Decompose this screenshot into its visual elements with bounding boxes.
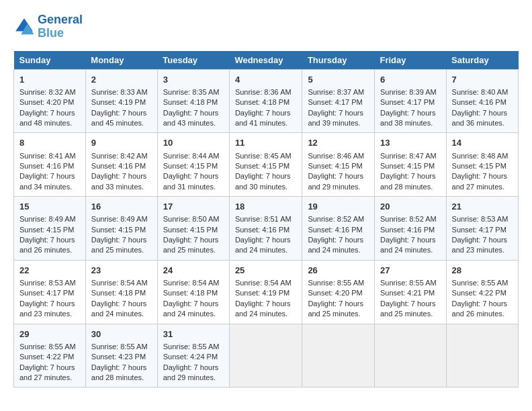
- week-row-1: 1Sunrise: 8:32 AMSunset: 4:20 PMDaylight…: [14, 69, 519, 133]
- day-number: 12: [308, 137, 369, 149]
- day-number: 1: [19, 74, 80, 86]
- day-number: 19: [308, 201, 369, 213]
- cell-line: Sunrise: 8:52 AM: [308, 214, 369, 224]
- cell-line: Sunset: 4:15 PM: [308, 161, 369, 171]
- cell-line: Sunrise: 8:51 AM: [235, 214, 297, 224]
- cell-line: and 24 minutes.: [308, 245, 369, 255]
- cell-line: Sunrise: 8:32 AM: [19, 87, 80, 97]
- cell-line: Daylight: 7 hours: [380, 171, 441, 181]
- cell-line: Sunset: 4:18 PM: [91, 288, 152, 298]
- cell-line: Sunset: 4:16 PM: [308, 225, 369, 235]
- cell-line: Sunset: 4:15 PM: [163, 225, 224, 235]
- cell-line: Sunrise: 8:49 AM: [91, 214, 152, 224]
- cell-line: Sunset: 4:18 PM: [235, 97, 297, 107]
- day-number: 16: [91, 201, 152, 213]
- calendar-cell: 24Sunrise: 8:54 AMSunset: 4:18 PMDayligh…: [157, 260, 229, 324]
- cell-line: Sunrise: 8:41 AM: [19, 151, 80, 161]
- cell-line: and 25 minutes.: [91, 245, 152, 255]
- cell-line: Sunrise: 8:37 AM: [308, 87, 369, 97]
- cell-line: Sunrise: 8:55 AM: [308, 278, 369, 288]
- cell-line: Sunset: 4:17 PM: [308, 97, 369, 107]
- cell-line: Sunrise: 8:47 AM: [380, 151, 441, 161]
- cell-line: Sunset: 4:17 PM: [380, 97, 441, 107]
- cell-line: Sunrise: 8:55 AM: [19, 342, 80, 352]
- cell-line: Sunrise: 8:45 AM: [235, 151, 297, 161]
- calendar-cell: 22Sunrise: 8:53 AMSunset: 4:17 PMDayligh…: [14, 260, 86, 324]
- calendar-cell: [229, 324, 302, 387]
- cell-line: Sunset: 4:21 PM: [380, 288, 441, 298]
- calendar-cell: 17Sunrise: 8:50 AMSunset: 4:15 PMDayligh…: [157, 197, 229, 261]
- cell-line: Daylight: 7 hours: [91, 235, 152, 245]
- cell-line: Sunrise: 8:52 AM: [380, 214, 441, 224]
- cell-line: and 43 minutes.: [163, 118, 224, 128]
- calendar-cell: 1Sunrise: 8:32 AMSunset: 4:20 PMDaylight…: [14, 69, 86, 133]
- calendar-cell: 31Sunrise: 8:55 AMSunset: 4:24 PMDayligh…: [157, 324, 229, 387]
- cell-line: Daylight: 7 hours: [19, 235, 80, 245]
- cell-line: Sunset: 4:18 PM: [163, 288, 224, 298]
- cell-line: Sunset: 4:16 PM: [380, 225, 441, 235]
- cell-line: Daylight: 7 hours: [163, 235, 224, 245]
- cell-line: and 24 minutes.: [235, 245, 297, 255]
- cell-line: Daylight: 7 hours: [308, 235, 369, 245]
- logo: General Blue: [13, 13, 83, 40]
- day-header-thursday: Thursday: [302, 51, 375, 70]
- cell-line: Daylight: 7 hours: [380, 108, 441, 118]
- cell-line: Daylight: 7 hours: [235, 299, 297, 309]
- cell-line: Sunrise: 8:55 AM: [91, 342, 152, 352]
- cell-line: Daylight: 7 hours: [19, 108, 80, 118]
- cell-line: Daylight: 7 hours: [380, 235, 441, 245]
- calendar-cell: 7Sunrise: 8:40 AMSunset: 4:16 PMDaylight…: [446, 69, 518, 133]
- cell-line: Sunset: 4:20 PM: [19, 97, 80, 107]
- cell-line: and 41 minutes.: [235, 118, 297, 128]
- day-number: 29: [19, 328, 80, 340]
- cell-line: and 38 minutes.: [380, 118, 441, 128]
- cell-line: Sunset: 4:15 PM: [163, 161, 224, 171]
- day-number: 14: [452, 137, 513, 149]
- day-number: 9: [91, 137, 152, 149]
- cell-line: Sunset: 4:23 PM: [91, 352, 152, 362]
- cell-line: Sunset: 4:24 PM: [163, 352, 224, 362]
- cell-line: Sunset: 4:18 PM: [163, 97, 224, 107]
- day-number: 23: [91, 265, 152, 277]
- cell-line: Daylight: 7 hours: [235, 108, 297, 118]
- calendar-cell: 9Sunrise: 8:42 AMSunset: 4:16 PMDaylight…: [85, 133, 157, 197]
- cell-line: and 23 minutes.: [19, 309, 80, 319]
- cell-line: and 34 minutes.: [19, 182, 80, 192]
- day-header-saturday: Saturday: [446, 51, 518, 70]
- cell-line: and 25 minutes.: [308, 309, 369, 319]
- day-number: 31: [163, 328, 224, 340]
- cell-line: Daylight: 7 hours: [308, 171, 369, 181]
- cell-line: and 27 minutes.: [19, 373, 80, 383]
- calendar-cell: 10Sunrise: 8:44 AMSunset: 4:15 PMDayligh…: [157, 133, 229, 197]
- calendar-cell: 12Sunrise: 8:46 AMSunset: 4:15 PMDayligh…: [302, 133, 375, 197]
- cell-line: and 29 minutes.: [163, 373, 224, 383]
- cell-line: Daylight: 7 hours: [235, 235, 297, 245]
- cell-line: and 24 minutes.: [91, 309, 152, 319]
- cell-line: Daylight: 7 hours: [308, 108, 369, 118]
- cell-line: Daylight: 7 hours: [235, 171, 297, 181]
- calendar-cell: 29Sunrise: 8:55 AMSunset: 4:22 PMDayligh…: [14, 324, 86, 387]
- cell-line: Sunset: 4:16 PM: [91, 161, 152, 171]
- cell-line: Daylight: 7 hours: [91, 171, 152, 181]
- calendar-cell: 2Sunrise: 8:33 AMSunset: 4:19 PMDaylight…: [85, 69, 157, 133]
- cell-line: Daylight: 7 hours: [163, 363, 224, 373]
- cell-line: Sunset: 4:20 PM: [308, 288, 369, 298]
- calendar-cell: 21Sunrise: 8:53 AMSunset: 4:17 PMDayligh…: [446, 197, 518, 261]
- cell-line: and 33 minutes.: [91, 182, 152, 192]
- calendar-cell: 5Sunrise: 8:37 AMSunset: 4:17 PMDaylight…: [302, 69, 375, 133]
- cell-line: Daylight: 7 hours: [163, 108, 224, 118]
- day-number: 25: [235, 265, 297, 277]
- cell-line: and 27 minutes.: [452, 182, 513, 192]
- day-number: 2: [91, 74, 152, 86]
- day-number: 20: [380, 201, 441, 213]
- cell-line: Sunrise: 8:40 AM: [452, 87, 513, 97]
- day-header-friday: Friday: [374, 51, 446, 70]
- cell-line: Sunrise: 8:36 AM: [235, 87, 297, 97]
- calendar-cell: 23Sunrise: 8:54 AMSunset: 4:18 PMDayligh…: [85, 260, 157, 324]
- cell-line: Sunset: 4:22 PM: [452, 288, 513, 298]
- calendar-cell: 16Sunrise: 8:49 AMSunset: 4:15 PMDayligh…: [85, 197, 157, 261]
- cell-line: and 24 minutes.: [380, 245, 441, 255]
- cell-line: Daylight: 7 hours: [91, 363, 152, 373]
- day-number: 4: [235, 74, 297, 86]
- day-number: 3: [163, 74, 224, 86]
